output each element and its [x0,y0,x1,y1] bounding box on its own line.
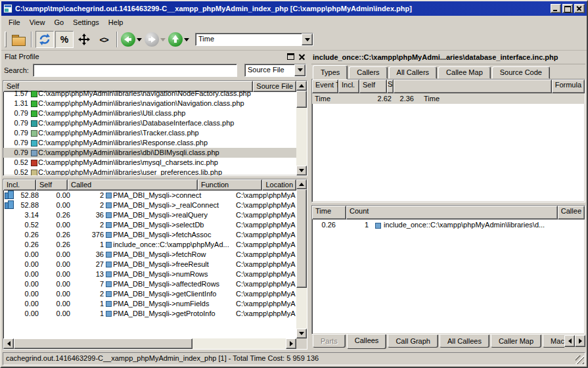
function-row[interactable]: 0.26 0.26 376 PMA_DBI_Mysqli->fetchAssoc… [3,230,296,240]
bottom-tab[interactable]: All Callees [440,334,489,348]
column-header[interactable]: Event Type [312,80,338,93]
event-type-combobox[interactable]: Time [195,33,313,46]
file-type-icon [31,140,37,147]
function-row[interactable]: 52.88 0.00 2 PMA_DBI_Mysqli->_realConnec… [3,200,296,210]
function-row[interactable]: 0.00 0.00 36 PMA_DBI_Mysqli->fetchRow C:… [3,250,296,260]
scroll-left-button[interactable] [3,338,14,349]
file-list-vscrollbar[interactable] [296,81,307,175]
column-header[interactable]: Incl. [3,179,36,191]
back-dropdown-caret[interactable] [137,38,142,41]
scrollbar-thumb[interactable] [296,189,307,288]
cell-self: 0.52 [3,168,31,175]
file-row[interactable]: 0.79 C:\xampp\phpMyAdmin\libraries\dbi\D… [3,148,296,158]
column-header[interactable]: Self [36,179,68,191]
scroll-up-button[interactable] [296,179,307,189]
function-table-vscrollbar[interactable] [296,179,307,338]
file-row[interactable]: 0.79 C:\xampp\phpMyAdmin\libraries\Util.… [3,108,296,118]
file-row[interactable]: 0.52 C:\xampp\phpMyAdmin\libraries\user_… [3,168,296,175]
function-row[interactable]: 0.00 0.00 7 PMA_DBI_Mysqli->affectedRows… [3,279,296,289]
tab-scroll-right-button[interactable] [575,335,585,347]
column-header[interactable]: Location [262,179,296,191]
back-button[interactable] [120,31,144,48]
bottom-tab[interactable]: Callees [347,334,387,349]
move-dock-button[interactable] [75,31,93,48]
function-row[interactable]: 0.00 0.00 27 PMA_DBI_Mysqli->freeResult … [3,260,296,269]
scrollbar-track[interactable] [296,288,307,329]
relative-percent-button[interactable]: % [55,31,74,48]
search-input[interactable] [33,64,237,77]
scrollbar-thumb[interactable] [14,338,192,349]
column-header[interactable]: Formula [552,80,585,93]
menu-item[interactable]: File [4,17,25,28]
menu-item[interactable]: Settings [68,17,104,28]
function-row[interactable]: 0.00 0.00 1 PMA_DBI_Mysqli->getProtoInfo… [3,309,296,319]
menu-item[interactable]: View [25,17,50,28]
detail-tab[interactable]: All Callers [389,66,438,79]
resize-grip[interactable] [576,356,584,364]
dock-title-bar[interactable]: Flat Profile [2,51,308,62]
scroll-down-button[interactable] [296,166,307,175]
function-row[interactable]: 0.00 0.00 1 PMA_DBI_Mysqli->numFields C:… [3,299,296,309]
tab-scroll-left-button[interactable] [564,335,575,347]
event-type-row[interactable]: Time 2.62 2.36 Time [312,93,585,104]
function-row[interactable]: 0.52 0.00 2 PMA_DBI_Mysqli->selectDb C:\… [3,220,296,230]
expand-collapse-button[interactable]: <> [95,31,113,48]
dock-close-icon[interactable] [298,53,305,60]
function-table-hscrollbar[interactable] [3,338,296,349]
file-row[interactable]: 0.79 C:\xampp\phpMyAdmin\libraries\Respo… [3,138,296,148]
column-header[interactable]: Self [359,80,387,93]
up-icon [168,32,183,47]
file-row[interactable]: 1.31 C:\xampp\phpMyAdmin\libraries\navig… [3,99,296,108]
function-row[interactable]: 52.88 0.00 2 PMA_DBI_Mysqli->connect C:\… [3,191,296,200]
bottom-tab[interactable]: Parts [313,334,346,348]
column-header[interactable] [394,80,552,93]
toolbar-handle[interactable] [5,32,7,47]
function-row[interactable]: 0.00 0.00 2 PMA_DBI_Mysqli->getClientInf… [3,289,296,299]
column-header[interactable]: Callee [558,206,585,219]
file-row[interactable]: 0.79 C:\xampp\phpMyAdmin\libraries\Track… [3,128,296,138]
bottom-tab[interactable]: Machine Code [543,334,564,348]
combobox-dropdown-button[interactable] [294,64,305,76]
grouping-combobox[interactable]: Source File [244,64,306,77]
minimize-button[interactable] [551,4,561,13]
open-file-button[interactable] [9,31,28,48]
scroll-right-button[interactable] [286,338,296,349]
cell-self: 0.26 [41,240,74,250]
combobox-dropdown-button[interactable] [302,34,313,45]
bottom-tab[interactable]: Call Graph [388,334,438,348]
column-header[interactable]: Incl. [338,80,359,93]
column-header[interactable]: Time [312,206,346,219]
cell-self: 0.00 [41,220,74,230]
function-row[interactable]: 3.14 0.26 36 PMA_DBI_Mysqli->realQuery C… [3,210,296,220]
scrollbar-thumb[interactable] [296,91,307,108]
up-dropdown-caret[interactable] [184,38,189,41]
scrollbar-track[interactable] [296,108,307,166]
detail-tab[interactable]: Types [313,65,348,80]
maximize-button[interactable] [562,4,573,13]
cell-function: PMA_DBI_Mysqli->numFields [106,299,236,309]
bottom-tab[interactable]: Caller Map [491,334,541,348]
file-row[interactable]: 1.57 C:\xampp\phpMyAdmin\libraries\navig… [3,89,296,99]
column-header[interactable]: Short [387,80,394,93]
column-header[interactable]: Function [198,179,262,191]
column-header[interactable]: Called [68,179,198,191]
up-button[interactable] [168,31,191,48]
close-button[interactable] [574,4,585,13]
scroll-down-button[interactable] [296,329,307,338]
menu-item[interactable]: Go [49,17,68,28]
scroll-up-button[interactable] [296,81,307,91]
function-row[interactable]: 0.00 0.00 13 PMA_DBI_Mysqli->numRows C:\… [3,269,296,279]
detail-tab[interactable]: Callee Map [438,66,491,79]
callee-row[interactable]: 0.26 1 include_once::C:\xampp\phpMyAdmin… [312,219,585,230]
forward-button[interactable] [144,31,168,48]
function-row[interactable]: 0.26 0.26 1 include_once::C:\xampp\phpMy… [3,240,296,250]
menu-item[interactable]: Help [104,17,128,28]
scrollbar-track[interactable] [192,338,286,349]
dock-float-icon[interactable] [287,53,294,60]
detail-tab[interactable]: Source Code [492,66,550,79]
column-header[interactable]: Count [346,206,558,219]
cycle-detection-button[interactable] [35,31,54,48]
file-row[interactable]: 0.52 C:\xampp\phpMyAdmin\libraries\mysql… [3,158,296,168]
detail-tab[interactable]: Callers [349,66,387,79]
file-row[interactable]: 0.79 C:\xampp\phpMyAdmin\libraries\Datab… [3,118,296,128]
